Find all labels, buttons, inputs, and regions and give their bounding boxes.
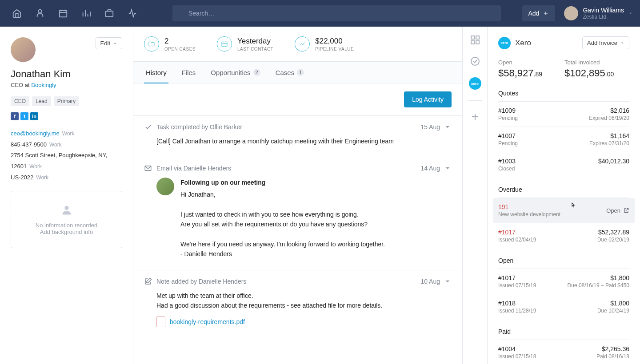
add-invoice-button[interactable]: Add Invoice <box>582 36 629 49</box>
inv-sub: Issued 07/15/19 <box>498 282 536 289</box>
pdf-icon <box>156 317 165 327</box>
background-info-box[interactable]: No information recorded Add background i… <box>11 191 122 248</box>
twitter-icon[interactable]: t <box>20 112 28 120</box>
svg-rect-1 <box>60 11 67 17</box>
address-value: 2754 Scott Street, Poughkeepsie, NY, 126… <box>11 152 107 170</box>
plus-icon <box>543 10 549 16</box>
email-line: I just wanted to check in with you to se… <box>180 210 452 219</box>
search-input[interactable] <box>172 5 501 21</box>
xero-panel: xero Xero Add Invoice Open $58,927.89 To… <box>487 27 640 364</box>
timeline-head: Note added by Danielle Henders <box>156 278 246 285</box>
facebook-icon[interactable]: f <box>11 112 19 120</box>
company-link[interactable]: Bookingly <box>31 82 56 88</box>
inv-id: 191 <box>498 203 560 210</box>
tab-history[interactable]: History <box>144 62 168 83</box>
checkmark-circle-icon[interactable] <box>470 56 480 67</box>
tab-label: Files <box>182 69 196 76</box>
briefcase-icon[interactable] <box>100 4 119 23</box>
stat-label: PIPELINE VALUE <box>315 47 354 51</box>
inv-amt-sub: Expires 07/31/20 <box>589 140 629 146</box>
mail-icon <box>144 164 152 172</box>
tab-label: Cases <box>276 69 295 76</box>
overdue-row[interactable]: 191New website developmentOpen <box>493 198 635 223</box>
overdue-row[interactable]: #1017Issued 02/04/19$52,327.89Due 02/20/… <box>498 223 629 248</box>
quote-row[interactable]: #1007Pending$1,164Expires 07/31/20 <box>498 127 629 152</box>
role-prefix: CEO at <box>11 82 31 88</box>
section-overdue: Overdue <box>498 186 629 198</box>
tab-label: History <box>146 69 167 76</box>
add-integration-icon[interactable] <box>470 111 480 122</box>
section-open: Open <box>498 257 629 269</box>
email-line: Are you all set with the requirements or… <box>180 219 452 229</box>
reports-icon[interactable] <box>76 4 96 23</box>
xero-rail-icon[interactable]: xero <box>469 77 481 90</box>
tab-opportunities[interactable]: Opportunities2 <box>209 62 262 83</box>
timeline-date: 14 Aug <box>420 165 440 172</box>
chevron-down-icon <box>113 41 117 46</box>
log-activity-button[interactable]: Log Activity <box>404 91 452 107</box>
attachment-link[interactable]: bookingly-requirements.pdf <box>170 317 245 327</box>
pointer-cursor-icon <box>569 202 577 210</box>
inv-amt-sub: Expired 06/19/20 <box>589 115 629 121</box>
stat-last-contact[interactable]: YesterdayLAST CONTACT <box>217 36 273 51</box>
inv-amt: $52,327.89 <box>597 229 629 236</box>
timeline-item-note: Note added by Danielle Henders 10 Aug Me… <box>133 270 462 338</box>
timeline-item-task: Task completed by Ollie Barker 15 Aug [C… <box>133 115 462 157</box>
grid-icon[interactable] <box>470 35 480 45</box>
email-link[interactable]: ceo@bookingly.me <box>11 130 60 137</box>
xero-logo-icon: xero <box>498 37 511 49</box>
inv-amt-sub: Due 10/24/19 <box>597 308 629 314</box>
tab-files[interactable]: Files <box>180 62 198 83</box>
note-line: Had a good discussion about the requirem… <box>156 301 452 310</box>
tab-cases[interactable]: Cases1 <box>274 62 306 83</box>
linkedin-icon[interactable]: in <box>30 112 38 120</box>
inv-amt: $1,800 <box>568 274 629 281</box>
inv-sub: Closed <box>498 166 516 172</box>
svg-point-11 <box>471 57 479 65</box>
chevron-down-icon[interactable] <box>444 277 452 285</box>
avatar <box>564 6 578 20</box>
stats-row: 2OPEN CASES YesterdayLAST CONTACT $22,00… <box>133 27 462 61</box>
svg-rect-7 <box>471 36 474 39</box>
person-icon[interactable] <box>30 4 50 23</box>
open-row[interactable]: #1018Issued 11/28/19$1,800Due 10/24/19 <box>498 294 629 319</box>
calendar-icon[interactable] <box>53 4 73 23</box>
inv-id: #1017 <box>498 274 536 281</box>
open-row[interactable]: #1017Issued 07/15/19$1,800Due 08/16/19 –… <box>498 269 629 294</box>
user-menu[interactable]: Gavin Williams Zestia Ltd. <box>564 6 633 20</box>
activity-icon[interactable] <box>123 4 142 23</box>
open-total: $58,927.89 <box>498 67 542 79</box>
stat-pipeline[interactable]: $22,000PIPELINE VALUE <box>295 36 354 51</box>
tag[interactable]: CEO <box>11 96 29 106</box>
inv-sub: New website development <box>498 211 560 218</box>
note-line: Met up with the team at their office. <box>156 291 452 301</box>
search-wrap <box>172 5 501 21</box>
tag[interactable]: Primary <box>54 96 79 106</box>
info-label: Work <box>49 142 62 148</box>
svg-rect-9 <box>471 41 474 44</box>
paid-row[interactable]: #1004Issued 07/15/18$2,265.36Paid 08/16/… <box>498 340 629 364</box>
stat-open-cases[interactable]: 2OPEN CASES <box>144 36 196 51</box>
inv-amt-sub: Due 08/16/19 – Paid $450 <box>568 282 629 289</box>
inv-id: #1004 <box>498 345 536 352</box>
navbar: Add Gavin Williams Zestia Ltd. <box>0 0 640 27</box>
tab-count: 2 <box>253 69 260 76</box>
tag[interactable]: Lead <box>32 96 51 106</box>
chevron-down-icon[interactable] <box>444 123 452 131</box>
home-icon[interactable] <box>7 4 27 23</box>
contact-info: ceo@bookingly.meWork 845-437-9500Work 27… <box>11 128 122 183</box>
social-links: f t in <box>11 112 122 120</box>
edit-button[interactable]: Edit <box>96 37 122 49</box>
timeline-date: 15 Aug <box>420 123 440 131</box>
section-quotes: Quotes <box>498 90 629 102</box>
quote-row[interactable]: #1009Pending$2,016Expired 06/19/20 <box>498 102 629 127</box>
add-button[interactable]: Add <box>522 5 556 21</box>
inv-amt-sub: Due 02/20/19 <box>597 237 629 243</box>
trend-icon <box>295 36 310 51</box>
user-name: Gavin Williams <box>583 7 624 14</box>
email-subject: Following up on our meeting <box>180 178 452 187</box>
svg-rect-8 <box>476 36 479 39</box>
quote-row[interactable]: #1003Closed$40,012.30 <box>498 152 629 177</box>
chevron-down-icon <box>620 41 624 45</box>
chevron-down-icon[interactable] <box>444 164 452 172</box>
